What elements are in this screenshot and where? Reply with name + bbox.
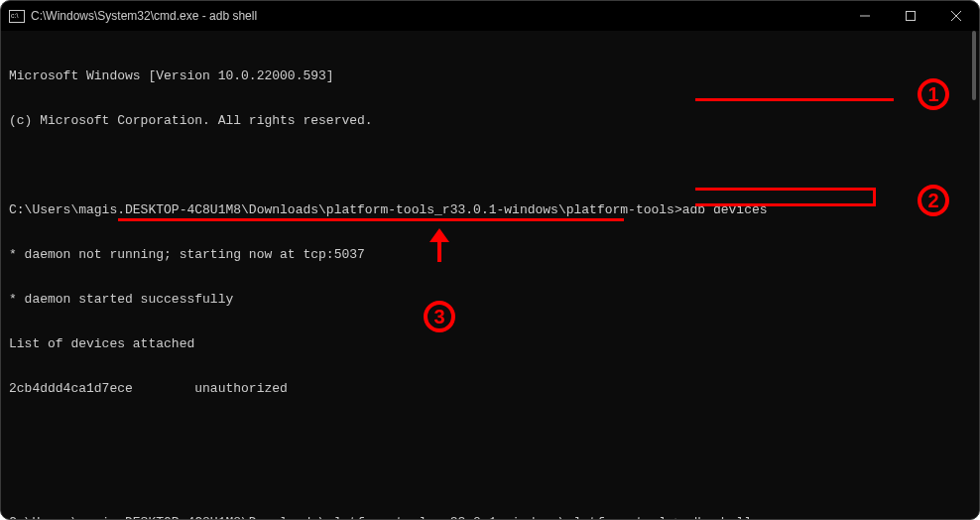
close-button[interactable] (933, 1, 979, 31)
svg-rect-1 (907, 12, 916, 21)
command-text: adb devices (682, 202, 768, 217)
cmd-window: c:\ C:\Windows\System32\cmd.exe - adb sh… (0, 0, 980, 520)
output-line: (c) Microsoft Corporation. All rights re… (9, 113, 963, 128)
command-text: adb shell (682, 515, 752, 520)
output-line: * daemon not running; starting now at tc… (9, 247, 963, 262)
output-line (9, 426, 963, 441)
output-line: C:\Users\magis.DESKTOP-4C8U1M8\Downloads… (9, 202, 963, 217)
prompt: C:\Users\magis.DESKTOP-4C8U1M8\Downloads… (9, 202, 682, 217)
output-line: Microsoft Windows [Version 10.0.22000.59… (9, 68, 963, 83)
terminal-output[interactable]: Microsoft Windows [Version 10.0.22000.59… (9, 39, 963, 511)
cmd-icon: c:\ (9, 8, 25, 24)
titlebar[interactable]: c:\ C:\Windows\System32\cmd.exe - adb sh… (1, 1, 979, 31)
prompt: C:\Users\magis.DESKTOP-4C8U1M8\Downloads… (9, 515, 682, 520)
window-title: C:\Windows\System32\cmd.exe - adb shell (31, 9, 257, 23)
minimize-button[interactable] (842, 1, 888, 31)
maximize-button[interactable] (888, 1, 933, 31)
scrollbar-thumb[interactable] (972, 31, 976, 100)
output-line: 2cb4ddd4ca1d7ece unauthorized (9, 381, 963, 396)
output-line: C:\Users\magis.DESKTOP-4C8U1M8\Downloads… (9, 515, 963, 520)
output-line (9, 470, 963, 485)
output-line: List of devices attached (9, 336, 963, 351)
output-line: * daemon started successfully (9, 292, 963, 307)
output-line (9, 158, 963, 173)
